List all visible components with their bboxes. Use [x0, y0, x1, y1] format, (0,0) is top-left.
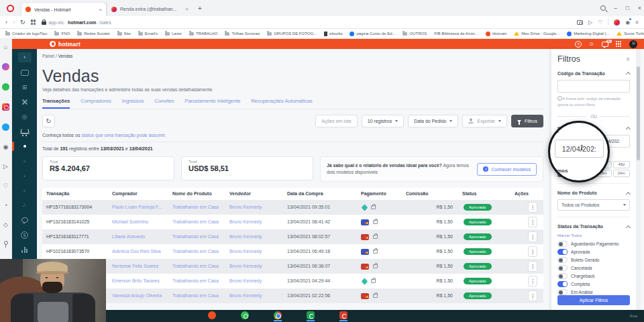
- pinboard-icon[interactable]: [4, 241, 8, 245]
- buyer-link[interactable]: Aderlica Dos Reis Silva: [108, 244, 168, 259]
- buyer-link[interactable]: Paulo Luam Pantoja F...: [108, 200, 168, 215]
- product-link[interactable]: Trabalhando em Casa: [168, 274, 225, 288]
- row-actions-button[interactable]: ⋮: [528, 246, 537, 257]
- bookmark-item[interactable]: Meu Drive - Google...: [514, 32, 559, 36]
- sidebar-item-tools[interactable]: [12, 95, 37, 109]
- whatsapp-icon[interactable]: [2, 83, 9, 91]
- product-link[interactable]: Trabalhando em Casa: [168, 200, 225, 215]
- product-link[interactable]: Trabalhando em Casa: [168, 259, 225, 274]
- table-row[interactable]: 182989847Emerson Brito TavaresTrabalhand…: [42, 274, 543, 288]
- taskbar-app[interactable]: [307, 311, 315, 321]
- table-row[interactable]: 33065668Nerismar Felix SoaresTrabalhando…: [42, 259, 543, 274]
- sidebar-item-finance[interactable]: $: [12, 227, 37, 242]
- buyer-link[interactable]: Emerson Brito Tavares: [108, 274, 168, 288]
- toggle-switch[interactable]: [557, 257, 568, 263]
- seller-link[interactable]: Bruno Kennedy: [225, 244, 283, 259]
- sidebar-setup-icon[interactable]: ≡: [635, 19, 639, 25]
- bulk-actions-button[interactable]: Ações em lote: [315, 115, 357, 127]
- speed-dial-icon[interactable]: [31, 19, 36, 25]
- magnified-date-input[interactable]: 12/04/202:: [555, 140, 604, 158]
- feedback-smiley-icon[interactable]: ☺: [589, 41, 594, 48]
- history-icon[interactable]: ◔: [4, 202, 7, 209]
- instagram-panel-icon[interactable]: [614, 19, 620, 25]
- product-link[interactable]: Trabalhando em Casa: [168, 215, 225, 229]
- avatar[interactable]: [629, 40, 637, 48]
- player-icon[interactable]: ◉: [3, 144, 9, 150]
- sidebar-item-messages[interactable]: [12, 213, 37, 227]
- chrome-icon[interactable]: [274, 311, 282, 319]
- seller-link[interactable]: Bruno Kennedy: [225, 229, 283, 244]
- toggle-switch[interactable]: [557, 265, 568, 271]
- buyer-link[interactable]: Liliane Azevedo: [108, 229, 168, 244]
- tab-transações[interactable]: Transações: [42, 98, 70, 109]
- bookmark-item[interactable]: Redes Sociais: [77, 32, 109, 36]
- product-link[interactable]: Trabalhando em Casa: [168, 244, 225, 259]
- table-row[interactable]: HP157716183173004Paulo Luam Pantoja F...…: [42, 200, 543, 215]
- sidebar-item-dashboard[interactable]: ⊞: [12, 80, 37, 95]
- bookmark-item[interactable]: pagina Curso de Ed...: [350, 32, 395, 36]
- taskbar-app[interactable]: [274, 311, 282, 321]
- status-toggle-row[interactable]: Cancelada: [557, 264, 630, 272]
- taskbar-app[interactable]: [241, 311, 249, 321]
- sidebar-item-media[interactable]: [12, 65, 37, 80]
- product-select[interactable]: Todos os Produtos: [557, 199, 630, 211]
- apps-grid-icon[interactable]: [616, 41, 622, 47]
- buyer-link[interactable]: Michael Sobrinho: [108, 215, 168, 229]
- close-panel-icon[interactable]: ×: [626, 56, 630, 63]
- extensions-icon[interactable]: ◇: [3, 221, 8, 228]
- bookmarks-icon[interactable]: ♡: [3, 182, 8, 189]
- opera-logo-icon[interactable]: [7, 5, 14, 12]
- row-actions-button[interactable]: ⋮: [528, 276, 537, 286]
- date-field-dropdown[interactable]: Data do Pedido: [408, 115, 458, 127]
- bookmark-item[interactable]: Site: [117, 32, 131, 36]
- status-toggle-row[interactable]: Aguardando Pagamento: [557, 240, 630, 248]
- bookmark-item[interactable]: GRUPOS DE FOTOG...: [267, 32, 317, 36]
- tab-convites[interactable]: Convites: [154, 98, 174, 109]
- collapse-chevron-icon[interactable]: [626, 192, 631, 197]
- bookmark-item[interactable]: Marketing Digital |...: [567, 32, 609, 36]
- table-row[interactable]: 32913757Vanessa Araujo OliveiraTrabalhan…: [42, 288, 543, 303]
- speed-dial-home-icon[interactable]: ⌂: [4, 44, 7, 50]
- seller-link[interactable]: Bruno Kennedy: [225, 259, 283, 274]
- range-45d-button[interactable]: 45d: [613, 161, 631, 168]
- bookmark-item[interactable]: FNO: [54, 32, 70, 36]
- row-actions-button[interactable]: ⋮: [528, 261, 537, 272]
- status-toggle-row[interactable]: Completa: [557, 280, 630, 288]
- tab-compradores[interactable]: Compradores: [80, 98, 111, 109]
- chat-icon[interactable]: 61: [602, 42, 608, 47]
- close-button[interactable]: ×: [638, 5, 641, 11]
- sidebar-subitem[interactable]: [12, 183, 37, 198]
- messenger-icon[interactable]: [2, 63, 9, 70]
- twitter-icon[interactable]: [2, 123, 9, 131]
- status-toggle-row[interactable]: Boleto Gerado: [557, 256, 630, 264]
- table-row[interactable]: HP13216183141025Michael SobrinhoTrabalha…: [42, 215, 543, 229]
- app-green-icon[interactable]: [307, 311, 315, 319]
- row-actions-button[interactable]: ⋮: [528, 231, 537, 242]
- minimize-button[interactable]: –: [614, 5, 617, 11]
- seller-link[interactable]: Bruno Kennedy: [225, 288, 283, 303]
- bookmark-item[interactable]: Trilhas Sonoras: [225, 32, 260, 36]
- forward-button[interactable]: ›: [13, 19, 15, 25]
- back-button[interactable]: ‹: [5, 19, 7, 25]
- seller-link[interactable]: Bruno Kennedy: [225, 200, 283, 215]
- refresh-button[interactable]: ↻: [42, 115, 55, 127]
- snapshot-camera-icon[interactable]: [577, 20, 583, 25]
- toggle-switch[interactable]: [557, 273, 568, 279]
- taskbar-app[interactable]: [208, 311, 216, 321]
- status-toggle-row[interactable]: Chargeback: [557, 272, 630, 280]
- sidebar-item-sales[interactable]: [12, 124, 37, 139]
- status-info-link[interactable]: status que uma transação pode assumir.: [81, 133, 166, 138]
- instagram-icon[interactable]: [2, 103, 9, 111]
- whatsapp-icon[interactable]: [241, 311, 249, 319]
- table-row[interactable]: HP13216183117771Liliane AzevedoTrabalhan…: [42, 229, 543, 244]
- tab-close-icon[interactable]: ×: [99, 7, 102, 13]
- taskbar-app[interactable]: [339, 311, 347, 321]
- bookmark-item[interactable]: FIB Biblioteca de Anún...: [434, 32, 478, 36]
- collapse-chevron-icon[interactable]: [626, 72, 631, 76]
- tab-close-icon[interactable]: ×: [185, 6, 189, 12]
- breadcrumb-parent[interactable]: Painel: [42, 54, 54, 58]
- reload-button[interactable]: ↻: [20, 19, 25, 25]
- apply-filters-button[interactable]: Aplicar Filtros: [557, 295, 630, 305]
- url-field[interactable]: app-vlc.hotmart.com/sales: [42, 19, 111, 25]
- sidebar-subitem-active[interactable]: [12, 139, 37, 154]
